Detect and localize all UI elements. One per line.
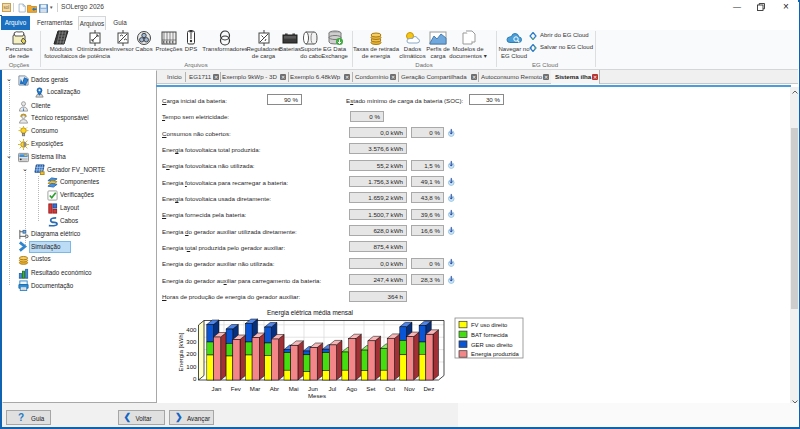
svg-text:Meses: Meses (308, 392, 326, 399)
svg-text:Abr: Abr (270, 385, 279, 392)
svg-text:300: 300 (186, 338, 197, 345)
svg-text:Fev: Fev (231, 385, 242, 392)
svg-text:200: 200 (186, 350, 197, 357)
svg-text:Dez: Dez (423, 385, 434, 392)
svg-text:0: 0 (193, 375, 197, 382)
svg-text:Out: Out (385, 385, 395, 392)
svg-text:Jan: Jan (212, 385, 222, 392)
svg-text:400: 400 (186, 326, 197, 333)
svg-text:Jun: Jun (308, 385, 318, 392)
svg-text:GER uso direito: GER uso direito (471, 342, 513, 348)
svg-text:Mar: Mar (250, 385, 261, 392)
svg-text:Nov: Nov (404, 385, 416, 392)
svg-text:100: 100 (186, 363, 197, 370)
svg-text:Energia [kWh]: Energia [kWh] (178, 332, 184, 371)
svg-text:Energia elétrica média mensal: Energia elétrica média mensal (267, 309, 353, 317)
svg-text:Set: Set (366, 385, 375, 392)
svg-text:Jul: Jul (328, 385, 336, 392)
svg-text:BAT fornecida: BAT fornecida (471, 332, 509, 338)
svg-text:Energia produzida: Energia produzida (471, 351, 520, 357)
svg-text:Mai: Mai (289, 385, 299, 392)
svg-text:Ago: Ago (346, 385, 357, 392)
svg-text:FV uso direito: FV uso direito (471, 322, 508, 328)
